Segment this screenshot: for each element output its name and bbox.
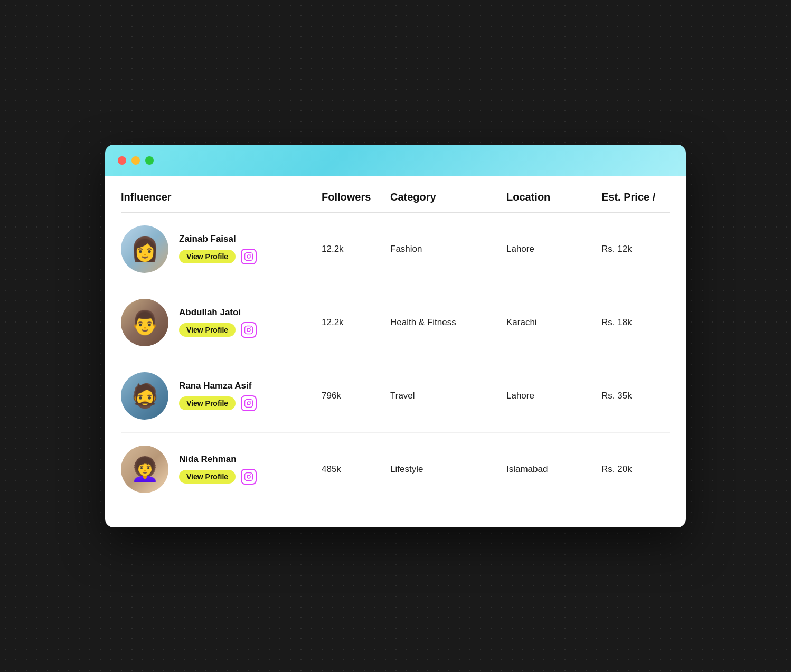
col-category: Category [390, 191, 506, 203]
svg-point-1 [247, 255, 250, 258]
category-cell-1: Fashion [390, 244, 506, 254]
followers-cell-3: 796k [322, 391, 390, 401]
price-cell-3: Rs. 35k [601, 391, 686, 401]
avatar-4: 👩‍🦱 [121, 446, 168, 493]
col-est-price: Est. Price / [601, 191, 686, 203]
location-cell-3: Lahore [506, 391, 601, 401]
table-row: 🧔 Rana Hamza Asif View Profile 796k [121, 359, 670, 433]
action-row-3: View Profile [179, 395, 257, 411]
influencer-info-2: Abdullah Jatoi View Profile [179, 307, 257, 338]
svg-rect-9 [245, 473, 253, 481]
svg-rect-6 [245, 400, 253, 408]
action-row-1: View Profile [179, 249, 257, 264]
svg-point-10 [247, 475, 250, 478]
category-cell-2: Health & Fitness [390, 317, 506, 328]
title-bar [105, 145, 686, 176]
followers-cell-4: 485k [322, 464, 390, 475]
svg-rect-3 [245, 326, 253, 334]
table-row: 👨 Abdullah Jatoi View Profile 12.2k [121, 286, 670, 359]
action-row-2: View Profile [179, 322, 257, 338]
influencer-info-1: Zainab Faisal View Profile [179, 234, 257, 264]
view-profile-button-2[interactable]: View Profile [179, 323, 236, 337]
influencer-info-3: Rana Hamza Asif View Profile [179, 381, 257, 411]
avatar-2: 👨 [121, 299, 168, 346]
table-body: 👩 Zainab Faisal View Profile 12.2k F [121, 213, 670, 506]
influencer-table: Influencer Followers Category Location E… [105, 176, 686, 527]
influencer-name-1: Zainab Faisal [179, 234, 257, 244]
avatar-1: 👩 [121, 225, 168, 273]
table-row: 👩‍🦱 Nida Rehman View Profile 485k L [121, 433, 670, 506]
location-cell-4: Islamabad [506, 464, 601, 475]
influencer-cell-1: 👩 Zainab Faisal View Profile [121, 225, 322, 273]
location-cell-1: Lahore [506, 244, 601, 254]
view-profile-button-1[interactable]: View Profile [179, 250, 236, 263]
instagram-icon-1[interactable] [241, 249, 257, 264]
svg-rect-0 [245, 253, 253, 261]
category-cell-3: Travel [390, 391, 506, 401]
price-cell-1: Rs. 12k [601, 244, 686, 254]
price-cell-2: Rs. 18k [601, 317, 686, 328]
view-profile-button-3[interactable]: View Profile [179, 396, 236, 410]
svg-point-7 [247, 402, 250, 405]
influencer-name-4: Nida Rehman [179, 454, 257, 465]
influencer-cell-3: 🧔 Rana Hamza Asif View Profile [121, 372, 322, 420]
instagram-icon-2[interactable] [241, 322, 257, 338]
svg-point-4 [247, 328, 250, 332]
followers-cell-2: 12.2k [322, 317, 390, 328]
svg-point-11 [250, 474, 251, 475]
col-location: Location [506, 191, 601, 203]
table-row: 👩 Zainab Faisal View Profile 12.2k F [121, 213, 670, 286]
influencer-cell-4: 👩‍🦱 Nida Rehman View Profile [121, 446, 322, 493]
table-header: Influencer Followers Category Location E… [121, 176, 670, 213]
traffic-light-green[interactable] [145, 156, 154, 165]
influencer-name-3: Rana Hamza Asif [179, 381, 257, 391]
influencer-info-4: Nida Rehman View Profile [179, 454, 257, 485]
col-influencer: Influencer [121, 191, 322, 203]
category-cell-4: Lifestyle [390, 464, 506, 475]
influencer-name-2: Abdullah Jatoi [179, 307, 257, 318]
content-area: Influencer Followers Category Location E… [105, 176, 686, 527]
price-cell-4: Rs. 20k [601, 464, 686, 475]
traffic-light-red[interactable] [118, 156, 126, 165]
svg-point-2 [250, 254, 251, 255]
svg-point-8 [250, 401, 251, 402]
instagram-icon-3[interactable] [241, 395, 257, 411]
avatar-3: 🧔 [121, 372, 168, 420]
col-followers: Followers [322, 191, 390, 203]
location-cell-2: Karachi [506, 317, 601, 328]
instagram-icon-4[interactable] [241, 469, 257, 485]
influencer-cell-2: 👨 Abdullah Jatoi View Profile [121, 299, 322, 346]
followers-cell-1: 12.2k [322, 244, 390, 254]
traffic-light-yellow[interactable] [131, 156, 140, 165]
browser-window: Influencer Followers Category Location E… [105, 145, 686, 527]
view-profile-button-4[interactable]: View Profile [179, 470, 236, 484]
action-row-4: View Profile [179, 469, 257, 485]
svg-point-5 [250, 327, 251, 328]
